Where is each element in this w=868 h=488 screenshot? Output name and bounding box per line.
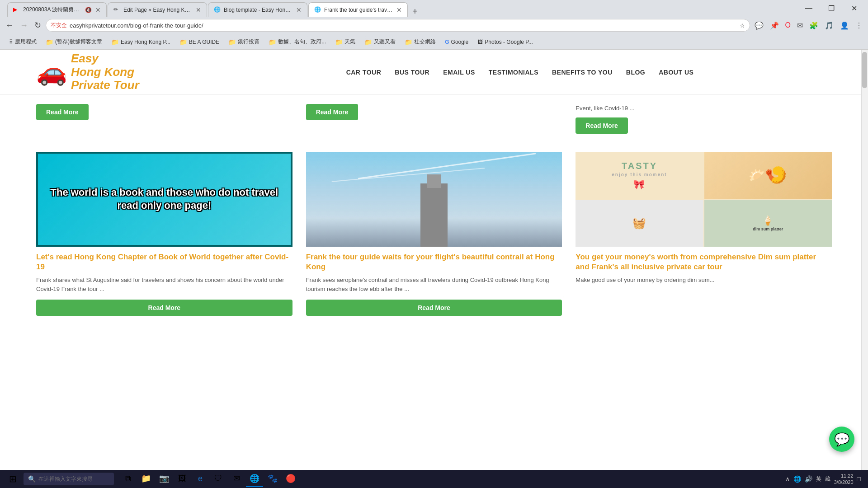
bookmark-easyhk[interactable]: 📁 Easy Hong Kong P... — [108, 38, 174, 47]
bookmark-social[interactable]: 📁 社交網絡 — [401, 37, 439, 47]
nav-car-tour[interactable]: CAR TOUR — [346, 69, 382, 76]
bookmark-guide[interactable]: 📁 BE A GUIDE — [176, 38, 223, 47]
blog-card-contrail: Frank the tour guide waits for your flig… — [306, 152, 562, 316]
nav-bus-tour[interactable]: BUS TOUR — [395, 69, 429, 76]
folder-icon-3: 📁 — [179, 38, 187, 46]
bookmark-watch[interactable]: 📁 又聽又看 — [361, 37, 399, 47]
reload-button[interactable]: ↻ — [33, 19, 43, 32]
maximize-button[interactable]: ❐ — [821, 1, 842, 15]
mute-icon: 🔇 — [85, 7, 92, 13]
new-tab-button[interactable]: + — [409, 6, 421, 17]
site-header: 🚗 Easy Hong Kong Private Tour CAR TOUR B… — [0, 50, 868, 95]
logo-graphic: 🚗 Easy Hong Kong Private Tour — [36, 52, 139, 93]
tab-youtube-close[interactable]: ✕ — [95, 6, 101, 14]
taskbar-app-taskview[interactable]: ⧉ — [119, 471, 137, 487]
read-more-button-contrail[interactable]: Read More — [306, 300, 562, 316]
taskbar-app-shield[interactable]: 🛡 — [210, 471, 227, 487]
network-icon[interactable]: 🌐 — [793, 475, 801, 483]
nav-email-us[interactable]: EMAIL US — [443, 69, 475, 76]
profile-icon[interactable]: 👤 — [838, 20, 851, 31]
blog-content: Read More Read More Event, like Covid-19… — [0, 95, 868, 329]
bookmark-photos[interactable]: 🖼 Photos - Google P... — [474, 38, 537, 46]
bookmark-apps[interactable]: ⠿ 應用程式 — [5, 37, 40, 47]
read-more-button-top-2[interactable]: Read More — [306, 104, 359, 120]
tab-editpage[interactable]: ✏ Edit Page « Easy Hong Kong Pri... ✕ — [108, 2, 207, 17]
expand-tray-icon[interactable]: ∧ — [785, 475, 790, 483]
taskbar-app-photos[interactable]: 🖼 — [174, 471, 191, 487]
title-bar: ▶ 20200803A 波特蘭勇退和退... 🔇 ✕ ✏ Edit Page «… — [0, 0, 868, 16]
folder-icon-6: 📁 — [335, 38, 343, 46]
show-desktop-icon[interactable]: □ — [857, 475, 861, 483]
bookmarks-bar: ⠿ 應用程式 📁 (暫存)數據博客文章 📁 Easy Hong Kong P..… — [0, 34, 868, 50]
url-text: easyhkprivatetour.com/blog-of-frank-the-… — [70, 22, 737, 29]
nav-blog[interactable]: BLOG — [626, 69, 645, 76]
minimize-button[interactable]: — — [798, 1, 819, 15]
taskbar-app-mail[interactable]: ✉ — [228, 471, 245, 487]
google-icon: G — [445, 39, 449, 45]
scrollbar[interactable] — [861, 50, 868, 471]
taskbar-app-chrome[interactable]: 🌐 — [246, 471, 263, 487]
read-more-button-world-book[interactable]: Read More — [36, 300, 292, 316]
bookmark-photos-label: Photos - Google P... — [485, 39, 533, 45]
close-button[interactable]: ✕ — [844, 1, 864, 15]
blog-card-dimsum-title[interactable]: You get your money's worth from comprehe… — [576, 252, 832, 272]
address-bar-row: ← → ↻ 不安全 easyhkprivatetour.com/blog-of-… — [0, 16, 868, 34]
system-clock[interactable]: 11:22 3/8/2020 — [834, 473, 854, 486]
music-icon[interactable]: 🎵 — [823, 20, 835, 31]
back-button[interactable]: ← — [4, 19, 15, 32]
input-icon[interactable]: 藏 — [825, 475, 830, 483]
apps-grid-icon: ⠿ — [9, 39, 13, 45]
pinterest-icon[interactable]: 📌 — [768, 20, 781, 31]
address-bar[interactable]: 不安全 easyhkprivatetour.com/blog-of-frank-… — [46, 19, 750, 32]
blog-card-dimsum-excerpt: Make good use of your money by ordering … — [576, 276, 832, 285]
tab-editpage-close[interactable]: ✕ — [196, 6, 201, 14]
start-button[interactable]: ⊞ — [4, 472, 22, 486]
lang-icon[interactable]: 英 — [816, 475, 821, 483]
blog-card-world-book-title[interactable]: Let's read Hong Kong Chapter of Book of … — [36, 252, 292, 272]
forward-button[interactable]: → — [18, 19, 30, 32]
tab-frank-close[interactable]: ✕ — [396, 6, 402, 14]
tab-editpage-label: Edit Page « Easy Hong Kong Pri... — [123, 7, 192, 13]
bookmark-weather[interactable]: 📁 天氣 — [331, 37, 359, 47]
taskbar-search-box[interactable]: 🔍 — [24, 473, 114, 485]
blog-card-dimsum-image: TASTY enjoy this moment 🎀 🥟 🧺 🍦 dim sum … — [576, 152, 832, 247]
taskbar-search-input[interactable] — [38, 476, 106, 482]
volume-icon[interactable]: 🔊 — [805, 475, 812, 483]
nav-about[interactable]: ABOUT US — [659, 69, 693, 76]
taskbar-app-camera[interactable]: 📷 — [156, 471, 173, 487]
tab-youtube-label: 20200803A 波特蘭勇退和退... — [23, 6, 83, 14]
menu-icon[interactable]: ⋮ — [854, 20, 864, 31]
tab-youtube[interactable]: ▶ 20200803A 波特蘭勇退和退... 🔇 ✕ — [7, 2, 107, 17]
taskbar-search-icon: 🔍 — [28, 475, 36, 483]
dimsum-basket-icon: 🧺 — [632, 217, 646, 230]
bookmark-temp[interactable]: 📁 (暫存)數據博客文章 — [42, 37, 106, 47]
windows-logo-icon: ⊞ — [9, 474, 17, 484]
bookmark-bank[interactable]: 📁 銀行投資 — [225, 37, 263, 47]
tab-frank[interactable]: 🌐 Frank the tour guide's travel tip... ✕ — [308, 2, 408, 17]
bookmark-google[interactable]: G Google — [441, 38, 472, 46]
clock-date: 3/8/2020 — [834, 479, 854, 485]
bookmark-watch-label: 又聽又看 — [374, 38, 396, 46]
whatsapp-fab[interactable]: 💬 — [829, 427, 854, 452]
read-more-button-top-1[interactable]: Read More — [36, 104, 89, 120]
tab-blog-template-close[interactable]: ✕ — [296, 6, 302, 14]
gmail-icon[interactable]: ✉ — [795, 20, 805, 31]
taskbar-app-files[interactable]: 📁 — [137, 471, 155, 487]
star-icon[interactable]: ☆ — [740, 22, 745, 29]
taskbar-app-ie[interactable]: e — [192, 471, 209, 487]
contrail-line-2 — [332, 168, 485, 182]
tab-blog-template[interactable]: 🌐 Blog template - Easy Hong Kon... ✕ — [208, 2, 307, 17]
blog-card-contrail-title[interactable]: Frank the tour guide waits for your flig… — [306, 252, 562, 272]
opera-icon[interactable]: O — [783, 20, 793, 30]
nav-benefits[interactable]: BENEFITS TO YOU — [552, 69, 613, 76]
nav-testimonials[interactable]: TESTIMONIALS — [489, 69, 538, 76]
photos-icon: 🖼 — [477, 39, 483, 45]
taskbar-app-edge[interactable]: 🐾 — [264, 471, 281, 487]
scrollbar-thumb[interactable] — [862, 52, 867, 88]
bookmark-data[interactable]: 📁 數據、名句、政府... — [265, 37, 330, 47]
skype-icon[interactable]: 💬 — [753, 20, 765, 31]
read-more-button-top-3[interactable]: Read More — [576, 117, 628, 134]
extensions-icon[interactable]: 🧩 — [807, 20, 820, 31]
taskbar-app-youku[interactable]: 🔴 — [282, 471, 299, 487]
address-icons: ☆ — [740, 22, 745, 29]
